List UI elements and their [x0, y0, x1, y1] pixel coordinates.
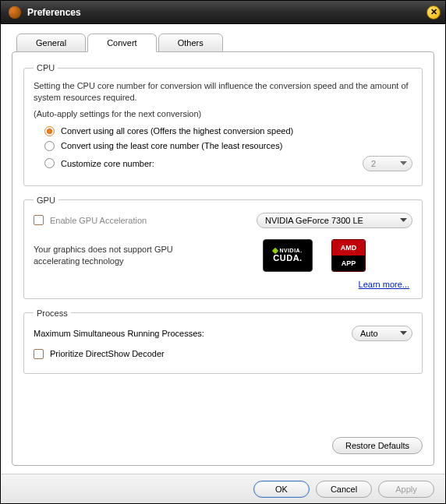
content-area: General Convert Others CPU Setting the C… — [1, 24, 445, 474]
app-icon — [9, 6, 21, 19]
cpu-option-custom-row: Customize core number: 2 — [44, 156, 412, 171]
prioritize-label: Prioritize DirectShow Decoder — [50, 349, 165, 358]
radio-least-cores[interactable] — [44, 141, 55, 151]
nvidia-text: NVIDIA. — [279, 248, 302, 253]
cpu-legend: CPU — [34, 63, 58, 72]
learn-more-row: Learn more... — [34, 280, 409, 289]
prioritize-checkbox[interactable] — [34, 349, 44, 359]
cpu-group: CPU Setting the CPU core number for conv… — [23, 63, 423, 186]
svg-marker-0 — [400, 161, 407, 165]
cpu-description: Setting the CPU core number for conversi… — [34, 80, 412, 104]
cuda-text: CUDA. — [273, 253, 302, 263]
radio-all-cores[interactable] — [44, 126, 55, 136]
core-count-select[interactable]: 2 — [363, 156, 412, 171]
window-title: Preferences — [27, 7, 427, 18]
amd-text: AMD — [332, 240, 365, 256]
max-processes-row: Maximum Simultaneous Running Processes: … — [34, 326, 412, 341]
gpu-enable-row: Enable GPU Acceleration NVIDIA GeForce 7… — [34, 213, 412, 228]
gpu-info-row: Your graphics does not support GPU accel… — [34, 239, 412, 272]
ok-button[interactable]: OK — [253, 481, 310, 498]
max-processes-label: Maximum Simultaneous Running Processes: — [34, 329, 204, 338]
close-icon: ✕ — [430, 8, 437, 16]
radio-least-cores-label: Convert using the least core number (The… — [61, 141, 282, 150]
enable-gpu-label: Enable GPU Acceleration — [50, 216, 147, 225]
max-processes-value: Auto — [360, 329, 378, 338]
tab-panel: CPU Setting the CPU core number for conv… — [12, 51, 434, 466]
gpu-legend: GPU — [34, 196, 58, 205]
gpu-unsupported-text: Your graphics does not support GPU accel… — [34, 244, 205, 267]
process-legend: Process — [34, 308, 71, 318]
chevron-down-icon — [400, 218, 407, 223]
cpu-autoapply: (Auto-apply settings for the next conver… — [34, 109, 412, 118]
dialog-footer: OK Cancel Apply — [1, 474, 445, 503]
core-count-value: 2 — [371, 159, 376, 168]
titlebar: Preferences ✕ — [1, 1, 445, 24]
restore-defaults-button[interactable]: Restore Defaults — [332, 437, 423, 454]
radio-all-cores-label: Convert using all cores (Offers the high… — [61, 126, 293, 136]
gpu-device-select[interactable]: NVIDIA GeForce 7300 LE — [257, 213, 412, 228]
preferences-window: Preferences ✕ General Convert Others CPU… — [0, 0, 446, 504]
close-button[interactable]: ✕ — [427, 5, 441, 19]
radio-custom-cores[interactable] — [44, 158, 55, 168]
restore-row: Restore Defaults — [23, 437, 423, 454]
spacer — [23, 383, 423, 434]
svg-marker-2 — [400, 331, 407, 335]
gpu-badges: NVIDIA. CUDA. AMD APP — [263, 239, 366, 272]
prioritize-row[interactable]: Prioritize DirectShow Decoder — [34, 349, 412, 359]
amd-app-text: APP — [332, 256, 365, 271]
tab-bar: General Convert Others — [16, 33, 434, 52]
cpu-option-all-row[interactable]: Convert using all cores (Offers the high… — [44, 126, 412, 136]
chevron-down-icon — [400, 161, 407, 166]
svg-marker-1 — [400, 218, 407, 222]
tab-general[interactable]: General — [16, 33, 86, 52]
cancel-button[interactable]: Cancel — [316, 481, 372, 498]
tab-others[interactable]: Others — [158, 33, 223, 52]
chevron-down-icon — [400, 331, 407, 336]
nvidia-cuda-badge: NVIDIA. CUDA. — [263, 239, 313, 272]
amd-app-badge: AMD APP — [331, 239, 366, 272]
cpu-option-least-row[interactable]: Convert using the least core number (The… — [44, 141, 412, 151]
radio-custom-cores-label: Customize core number: — [61, 159, 154, 168]
max-processes-select[interactable]: Auto — [352, 326, 412, 341]
process-group: Process Maximum Simultaneous Running Pro… — [23, 308, 423, 374]
apply-button[interactable]: Apply — [378, 481, 434, 498]
gpu-group: GPU Enable GPU Acceleration NVIDIA GeFor… — [23, 196, 423, 299]
enable-gpu-checkbox[interactable] — [34, 215, 44, 225]
gpu-device-value: NVIDIA GeForce 7300 LE — [265, 216, 363, 225]
learn-more-link[interactable]: Learn more... — [359, 280, 409, 289]
tab-convert[interactable]: Convert — [87, 33, 157, 52]
